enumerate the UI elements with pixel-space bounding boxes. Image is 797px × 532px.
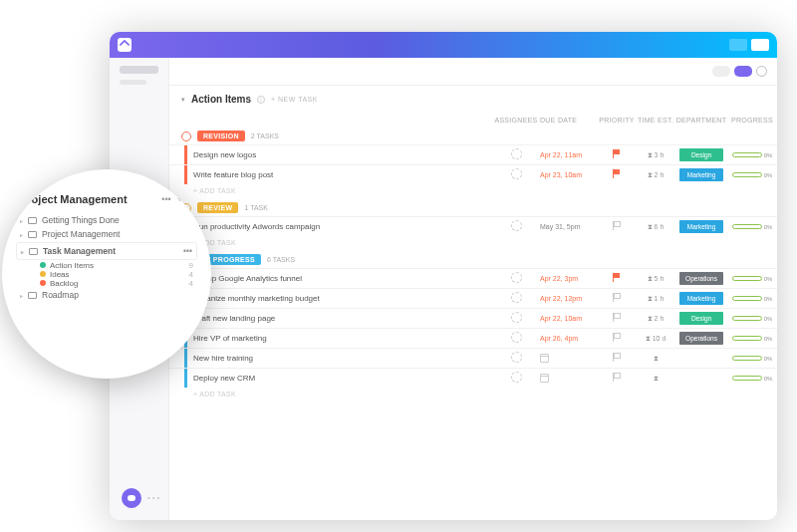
- assignee-avatar[interactable]: [511, 148, 522, 159]
- assignee-avatar[interactable]: [511, 332, 522, 343]
- progress-bar[interactable]: [732, 376, 762, 381]
- assignee-avatar[interactable]: [511, 312, 522, 323]
- due-date[interactable]: Apr 22, 3pm: [540, 275, 578, 282]
- chat-fab[interactable]: [122, 488, 141, 508]
- add-task-button[interactable]: + ADD TASK: [169, 236, 777, 251]
- sidebar-list[interactable]: Ideas 4: [20, 270, 193, 279]
- flag-icon[interactable]: [613, 273, 621, 282]
- task-row[interactable]: Design new logos Apr 22, 11am ⧗ 3 h Desi…: [169, 144, 777, 164]
- task-title[interactable]: Hire VP of marketing: [193, 334, 492, 343]
- flag-icon[interactable]: [613, 149, 621, 158]
- due-date[interactable]: Apr 22, 12pm: [540, 295, 582, 302]
- task-row[interactable]: Hire VP of marketing Apr 26, 4pm ⧗ 10 d …: [169, 328, 777, 348]
- task-row[interactable]: Set up Google Analytics funnel Apr 22, 3…: [169, 268, 777, 288]
- time-estimate[interactable]: ⧗ 6 h: [636, 223, 675, 231]
- progress-bar[interactable]: [732, 316, 762, 321]
- task-row[interactable]: New hire training ⧗ 0%: [169, 348, 777, 368]
- task-title[interactable]: New hire training: [193, 354, 492, 363]
- department-tag[interactable]: Operations: [679, 332, 723, 345]
- status-label: REVISION: [197, 131, 245, 141]
- time-estimate[interactable]: ⧗: [636, 375, 675, 383]
- calendar-icon[interactable]: [540, 374, 549, 383]
- gear-icon[interactable]: [756, 66, 767, 77]
- time-estimate[interactable]: ⧗ 2 h: [636, 315, 675, 323]
- progress-value: 0%: [764, 276, 773, 282]
- time-estimate[interactable]: ⧗ 2 h: [636, 171, 675, 179]
- progress-bar[interactable]: [732, 276, 762, 281]
- task-title[interactable]: Run productivity Adwords campaign: [193, 222, 492, 231]
- sidebar-folder[interactable]: ▸ Project Management: [20, 227, 193, 241]
- more-icon[interactable]: •••: [183, 246, 192, 256]
- view-toggle[interactable]: [712, 66, 730, 77]
- task-row[interactable]: Deploy new CRM ⧗ 0%: [169, 368, 777, 388]
- department-tag[interactable]: Design: [679, 312, 723, 325]
- assignee-avatar[interactable]: [511, 372, 522, 383]
- assignee-avatar[interactable]: [511, 220, 522, 231]
- due-date[interactable]: Apr 22, 11am: [540, 151, 582, 158]
- chevron-down-icon[interactable]: ▾: [181, 96, 185, 104]
- status-bar: [184, 369, 187, 388]
- department-tag[interactable]: Design: [679, 148, 723, 161]
- flag-icon[interactable]: [613, 313, 621, 322]
- time-estimate[interactable]: ⧗: [636, 355, 675, 363]
- task-title[interactable]: Design new logos: [193, 150, 492, 159]
- time-estimate[interactable]: ⧗ 5 h: [636, 275, 675, 283]
- assignee-avatar[interactable]: [511, 292, 522, 303]
- sidebar-folder[interactable]: ▸ Roadmap: [20, 288, 193, 302]
- view-toggle-active[interactable]: [734, 66, 752, 77]
- due-date[interactable]: May 31, 5pm: [540, 223, 580, 230]
- time-estimate[interactable]: ⧗ 10 d: [636, 335, 675, 343]
- task-title[interactable]: Draft new landing page: [193, 314, 492, 323]
- department-tag[interactable]: Marketing: [679, 220, 723, 233]
- time-estimate[interactable]: ⧗ 3 h: [636, 151, 675, 159]
- group-header[interactable]: IN PROGRESS 6 TASKS: [169, 251, 777, 268]
- progress-bar[interactable]: [732, 224, 762, 229]
- progress-bar[interactable]: [732, 172, 762, 177]
- assignee-avatar[interactable]: [511, 272, 522, 283]
- task-row[interactable]: Run productivity Adwords campaign May 31…: [169, 216, 777, 236]
- flag-icon[interactable]: [613, 333, 621, 342]
- chevron-right-icon: ▸: [20, 217, 23, 224]
- window-control[interactable]: [729, 39, 747, 51]
- department-tag[interactable]: Operations: [679, 272, 723, 285]
- assignee-avatar[interactable]: [511, 168, 522, 179]
- flag-icon[interactable]: [613, 373, 621, 382]
- department-tag[interactable]: Marketing: [679, 168, 723, 181]
- sidebar-folder[interactable]: ▸ Task Management •••: [16, 242, 197, 260]
- department-tag[interactable]: Marketing: [679, 292, 723, 305]
- task-title[interactable]: Organize monthly marketing budget: [193, 294, 492, 303]
- time-estimate[interactable]: ⧗ 1 h: [636, 295, 675, 303]
- calendar-icon[interactable]: [540, 354, 549, 363]
- progress-bar[interactable]: [732, 356, 762, 361]
- due-date[interactable]: Apr 23, 10am: [540, 171, 582, 178]
- status-bar: [184, 145, 187, 164]
- task-title[interactable]: Write feature blog post: [193, 170, 492, 179]
- task-row[interactable]: Organize monthly marketing budget Apr 22…: [169, 288, 777, 308]
- new-task-button[interactable]: + NEW TASK: [271, 96, 318, 103]
- assignee-avatar[interactable]: [511, 352, 522, 363]
- window-control[interactable]: [751, 39, 769, 51]
- flag-icon[interactable]: [613, 353, 621, 362]
- task-row[interactable]: Draft new landing page Apr 22, 10am ⧗ 2 …: [169, 308, 777, 328]
- flag-icon[interactable]: [613, 221, 621, 230]
- folder-icon: [29, 248, 38, 255]
- due-date[interactable]: Apr 26, 4pm: [540, 335, 578, 342]
- sidebar-list[interactable]: Backlog 4: [20, 279, 193, 288]
- sidebar-folder[interactable]: ▸ Getting Things Done: [20, 213, 193, 227]
- task-title[interactable]: Set up Google Analytics funnel: [193, 274, 492, 283]
- sidebar-list[interactable]: Action Items 9: [20, 261, 193, 270]
- progress-bar[interactable]: [732, 296, 762, 301]
- more-icon[interactable]: •••: [161, 194, 170, 204]
- flag-icon[interactable]: [613, 293, 621, 302]
- info-icon[interactable]: i: [257, 96, 265, 104]
- task-row[interactable]: Write feature blog post Apr 23, 10am ⧗ 2…: [169, 164, 777, 184]
- progress-bar[interactable]: [732, 336, 762, 341]
- group-header[interactable]: REVISION 2 TASKS: [169, 128, 777, 144]
- add-task-button[interactable]: + ADD TASK: [169, 388, 777, 402]
- task-title[interactable]: Deploy new CRM: [193, 374, 492, 383]
- flag-icon[interactable]: [613, 169, 621, 178]
- group-header[interactable]: REVIEW 1 TASK: [169, 199, 777, 216]
- due-date[interactable]: Apr 22, 10am: [540, 315, 582, 322]
- progress-bar[interactable]: [732, 152, 762, 157]
- add-task-button[interactable]: + ADD TASK: [169, 184, 777, 199]
